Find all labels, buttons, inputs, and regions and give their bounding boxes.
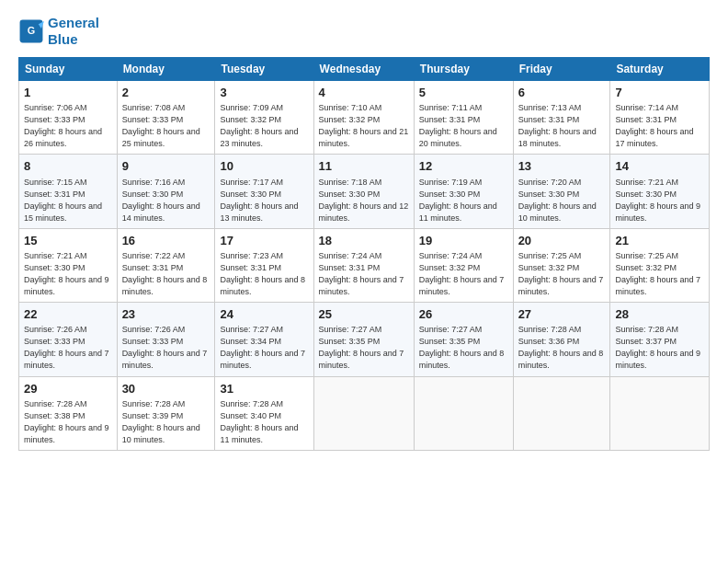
calendar-cell: 10Sunrise: 7:17 AMSunset: 3:30 PMDayligh…	[215, 155, 313, 228]
calendar-cell: 28Sunrise: 7:28 AMSunset: 3:37 PMDayligh…	[610, 303, 710, 376]
day-number: 13	[518, 158, 606, 175]
calendar-week-row: 29Sunrise: 7:28 AMSunset: 3:38 PMDayligh…	[19, 376, 710, 450]
logo: G General Blue	[18, 15, 99, 48]
day-number: 10	[220, 158, 308, 175]
calendar-cell: 18Sunrise: 7:24 AMSunset: 3:31 PMDayligh…	[313, 228, 414, 302]
day-number: 21	[615, 233, 704, 249]
calendar-week-row: 1Sunrise: 7:06 AMSunset: 3:33 PMDaylight…	[19, 81, 710, 155]
col-header-thursday: Thursday	[414, 58, 513, 81]
day-number: 15	[24, 233, 112, 249]
calendar-cell: 22Sunrise: 7:26 AMSunset: 3:33 PMDayligh…	[19, 303, 118, 376]
calendar-week-row: 15Sunrise: 7:21 AMSunset: 3:30 PMDayligh…	[19, 228, 710, 302]
day-info: Sunrise: 7:22 AMSunset: 3:31 PMDaylight:…	[122, 250, 210, 298]
day-number: 28	[615, 306, 704, 323]
day-info: Sunrise: 7:15 AMSunset: 3:31 PMDaylight:…	[24, 177, 112, 224]
calendar-cell: 9Sunrise: 7:16 AMSunset: 3:30 PMDaylight…	[117, 155, 215, 228]
calendar-cell: 6Sunrise: 7:13 AMSunset: 3:31 PMDaylight…	[513, 81, 610, 155]
calendar-cell: 27Sunrise: 7:28 AMSunset: 3:36 PMDayligh…	[513, 303, 610, 376]
day-number: 4	[319, 85, 409, 101]
day-number: 29	[24, 381, 112, 397]
day-info: Sunrise: 7:28 AMSunset: 3:40 PMDaylight:…	[220, 398, 308, 446]
calendar-cell: 5Sunrise: 7:11 AMSunset: 3:31 PMDaylight…	[414, 81, 513, 155]
calendar-cell: 11Sunrise: 7:18 AMSunset: 3:30 PMDayligh…	[313, 155, 414, 228]
day-number: 19	[419, 233, 508, 249]
calendar-cell: 15Sunrise: 7:21 AMSunset: 3:30 PMDayligh…	[19, 228, 118, 302]
calendar-cell: 29Sunrise: 7:28 AMSunset: 3:38 PMDayligh…	[19, 376, 118, 450]
day-number: 20	[518, 233, 606, 249]
day-number: 25	[319, 306, 409, 323]
calendar-cell: 16Sunrise: 7:22 AMSunset: 3:31 PMDayligh…	[117, 228, 215, 302]
day-number: 17	[220, 233, 308, 249]
day-info: Sunrise: 7:28 AMSunset: 3:37 PMDaylight:…	[615, 324, 704, 372]
day-number: 5	[419, 85, 508, 101]
day-number: 7	[615, 85, 704, 101]
day-info: Sunrise: 7:21 AMSunset: 3:30 PMDaylight:…	[24, 250, 112, 298]
day-info: Sunrise: 7:28 AMSunset: 3:39 PMDaylight:…	[122, 398, 210, 446]
calendar-cell	[313, 376, 414, 450]
day-info: Sunrise: 7:28 AMSunset: 3:36 PMDaylight:…	[518, 324, 606, 372]
day-info: Sunrise: 7:11 AMSunset: 3:31 PMDaylight:…	[419, 102, 508, 150]
col-header-wednesday: Wednesday	[313, 58, 414, 81]
calendar-cell: 19Sunrise: 7:24 AMSunset: 3:32 PMDayligh…	[414, 228, 513, 302]
day-info: Sunrise: 7:14 AMSunset: 3:31 PMDaylight:…	[615, 102, 704, 150]
col-header-sunday: Sunday	[19, 58, 118, 81]
day-number: 6	[518, 85, 606, 101]
calendar-table: SundayMondayTuesdayWednesdayThursdayFrid…	[18, 57, 710, 451]
day-info: Sunrise: 7:13 AMSunset: 3:31 PMDaylight:…	[518, 102, 606, 150]
col-header-friday: Friday	[513, 58, 610, 81]
day-number: 23	[122, 306, 210, 323]
col-header-saturday: Saturday	[610, 58, 710, 81]
day-number: 1	[24, 85, 112, 101]
calendar-cell: 21Sunrise: 7:25 AMSunset: 3:32 PMDayligh…	[610, 228, 710, 302]
calendar-cell	[414, 376, 513, 450]
day-number: 31	[220, 381, 308, 397]
day-info: Sunrise: 7:18 AMSunset: 3:30 PMDaylight:…	[319, 177, 409, 224]
col-header-tuesday: Tuesday	[215, 58, 313, 81]
calendar-cell: 17Sunrise: 7:23 AMSunset: 3:31 PMDayligh…	[215, 228, 313, 302]
day-info: Sunrise: 7:06 AMSunset: 3:33 PMDaylight:…	[24, 102, 112, 150]
day-number: 16	[122, 233, 210, 249]
calendar-week-row: 22Sunrise: 7:26 AMSunset: 3:33 PMDayligh…	[19, 303, 710, 376]
day-info: Sunrise: 7:27 AMSunset: 3:35 PMDaylight:…	[319, 324, 409, 372]
day-number: 11	[319, 158, 409, 175]
day-info: Sunrise: 7:24 AMSunset: 3:32 PMDaylight:…	[419, 250, 508, 298]
calendar-cell: 2Sunrise: 7:08 AMSunset: 3:33 PMDaylight…	[117, 81, 215, 155]
day-number: 30	[122, 381, 210, 397]
calendar-cell: 7Sunrise: 7:14 AMSunset: 3:31 PMDaylight…	[610, 81, 710, 155]
day-info: Sunrise: 7:24 AMSunset: 3:31 PMDaylight:…	[319, 250, 409, 298]
calendar-cell: 25Sunrise: 7:27 AMSunset: 3:35 PMDayligh…	[313, 303, 414, 376]
page-header: G General Blue	[18, 15, 710, 48]
calendar-cell: 30Sunrise: 7:28 AMSunset: 3:39 PMDayligh…	[117, 376, 215, 450]
calendar-week-row: 8Sunrise: 7:15 AMSunset: 3:31 PMDaylight…	[19, 155, 710, 228]
calendar-cell	[513, 376, 610, 450]
day-number: 14	[615, 158, 704, 175]
calendar-cell: 13Sunrise: 7:20 AMSunset: 3:30 PMDayligh…	[513, 155, 610, 228]
day-number: 9	[122, 158, 210, 175]
calendar-cell	[610, 376, 710, 450]
day-info: Sunrise: 7:27 AMSunset: 3:35 PMDaylight:…	[419, 324, 508, 372]
day-info: Sunrise: 7:17 AMSunset: 3:30 PMDaylight:…	[220, 177, 308, 224]
calendar-cell: 24Sunrise: 7:27 AMSunset: 3:34 PMDayligh…	[215, 303, 313, 376]
day-info: Sunrise: 7:10 AMSunset: 3:32 PMDaylight:…	[319, 102, 409, 150]
day-number: 22	[24, 306, 112, 323]
day-info: Sunrise: 7:27 AMSunset: 3:34 PMDaylight:…	[220, 324, 308, 372]
day-number: 12	[419, 158, 508, 175]
logo-text: General Blue	[48, 15, 99, 48]
calendar-cell: 26Sunrise: 7:27 AMSunset: 3:35 PMDayligh…	[414, 303, 513, 376]
day-info: Sunrise: 7:26 AMSunset: 3:33 PMDaylight:…	[122, 324, 210, 372]
day-info: Sunrise: 7:09 AMSunset: 3:32 PMDaylight:…	[220, 102, 308, 150]
day-number: 2	[122, 85, 210, 101]
day-info: Sunrise: 7:25 AMSunset: 3:32 PMDaylight:…	[518, 250, 606, 298]
day-number: 24	[220, 306, 308, 323]
day-info: Sunrise: 7:20 AMSunset: 3:30 PMDaylight:…	[518, 177, 606, 224]
calendar-cell: 3Sunrise: 7:09 AMSunset: 3:32 PMDaylight…	[215, 81, 313, 155]
calendar-cell: 23Sunrise: 7:26 AMSunset: 3:33 PMDayligh…	[117, 303, 215, 376]
day-info: Sunrise: 7:26 AMSunset: 3:33 PMDaylight:…	[24, 324, 112, 372]
day-info: Sunrise: 7:19 AMSunset: 3:30 PMDaylight:…	[419, 177, 508, 224]
logo-icon: G	[18, 18, 44, 44]
day-number: 26	[419, 306, 508, 323]
day-info: Sunrise: 7:21 AMSunset: 3:30 PMDaylight:…	[615, 177, 704, 224]
calendar-cell: 14Sunrise: 7:21 AMSunset: 3:30 PMDayligh…	[610, 155, 710, 228]
day-info: Sunrise: 7:25 AMSunset: 3:32 PMDaylight:…	[615, 250, 704, 298]
day-number: 3	[220, 85, 308, 101]
